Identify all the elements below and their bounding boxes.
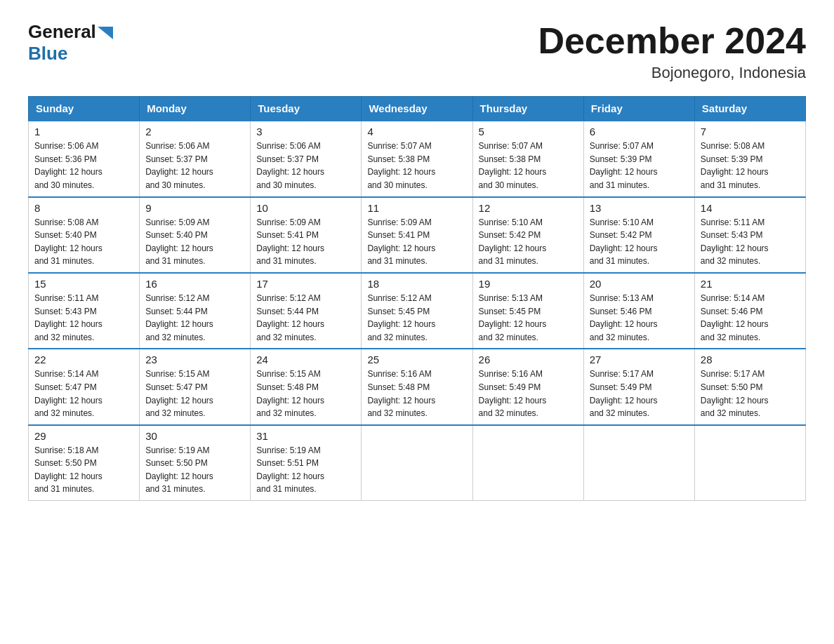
page-header: General Blue December 2024 Bojonegoro, I… bbox=[28, 21, 806, 82]
day-number-26: 26 bbox=[479, 354, 578, 365]
logo-icon: General Blue bbox=[28, 21, 113, 65]
calendar-header-row: SundayMondayTuesdayWednesdayThursdayFrid… bbox=[29, 97, 806, 121]
logo-blue-text: Blue bbox=[28, 43, 67, 64]
location-text: Bojonegoro, Indonesia bbox=[538, 64, 806, 82]
day-number-10: 10 bbox=[256, 202, 355, 214]
title-area: December 2024 Bojonegoro, Indonesia bbox=[538, 21, 806, 82]
day-info-4: Sunrise: 5:07 AMSunset: 5:38 PMDaylight:… bbox=[367, 140, 466, 192]
day-number-4: 4 bbox=[367, 126, 466, 137]
day-number-29: 29 bbox=[34, 430, 133, 442]
calendar-day-26: 26Sunrise: 5:16 AMSunset: 5:49 PMDayligh… bbox=[472, 349, 583, 424]
calendar-day-24: 24Sunrise: 5:15 AMSunset: 5:48 PMDayligh… bbox=[251, 349, 362, 424]
day-info-19: Sunrise: 5:13 AMSunset: 5:45 PMDaylight:… bbox=[479, 292, 578, 344]
calendar-day-16: 16Sunrise: 5:12 AMSunset: 5:44 PMDayligh… bbox=[140, 273, 251, 349]
day-info-5: Sunrise: 5:07 AMSunset: 5:38 PMDaylight:… bbox=[479, 140, 578, 192]
calendar-day-12: 12Sunrise: 5:10 AMSunset: 5:42 PMDayligh… bbox=[472, 197, 583, 273]
calendar-day-3: 3Sunrise: 5:06 AMSunset: 5:37 PMDaylight… bbox=[251, 121, 362, 196]
logo-triangle-icon bbox=[98, 27, 113, 39]
day-of-week-header-wednesday: Wednesday bbox=[362, 97, 472, 121]
day-number-9: 9 bbox=[145, 202, 244, 214]
day-info-27: Sunrise: 5:17 AMSunset: 5:49 PMDaylight:… bbox=[590, 368, 689, 420]
day-of-week-header-saturday: Saturday bbox=[694, 97, 805, 121]
day-number-24: 24 bbox=[256, 354, 355, 365]
calendar-day-4: 4Sunrise: 5:07 AMSunset: 5:38 PMDaylight… bbox=[362, 121, 472, 196]
calendar-day-13: 13Sunrise: 5:10 AMSunset: 5:42 PMDayligh… bbox=[583, 197, 694, 273]
calendar-day-6: 6Sunrise: 5:07 AMSunset: 5:39 PMDaylight… bbox=[583, 121, 694, 196]
calendar-week-row-3: 15Sunrise: 5:11 AMSunset: 5:43 PMDayligh… bbox=[29, 273, 806, 349]
day-info-18: Sunrise: 5:12 AMSunset: 5:45 PMDaylight:… bbox=[367, 292, 466, 344]
day-number-1: 1 bbox=[34, 126, 133, 137]
day-number-28: 28 bbox=[701, 354, 800, 365]
day-number-11: 11 bbox=[367, 202, 466, 214]
day-of-week-header-friday: Friday bbox=[583, 97, 694, 121]
day-of-week-header-tuesday: Tuesday bbox=[251, 97, 362, 121]
calendar-day-7: 7Sunrise: 5:08 AMSunset: 5:39 PMDaylight… bbox=[694, 121, 805, 196]
calendar-day-27: 27Sunrise: 5:17 AMSunset: 5:49 PMDayligh… bbox=[583, 349, 694, 424]
calendar-day-5: 5Sunrise: 5:07 AMSunset: 5:38 PMDaylight… bbox=[472, 121, 583, 196]
day-info-17: Sunrise: 5:12 AMSunset: 5:44 PMDaylight:… bbox=[256, 292, 355, 344]
calendar-day-1: 1Sunrise: 5:06 AMSunset: 5:36 PMDaylight… bbox=[29, 121, 140, 196]
day-number-15: 15 bbox=[34, 278, 133, 290]
day-info-29: Sunrise: 5:18 AMSunset: 5:50 PMDaylight:… bbox=[34, 444, 133, 496]
calendar-day-20: 20Sunrise: 5:13 AMSunset: 5:46 PMDayligh… bbox=[583, 273, 694, 349]
day-info-8: Sunrise: 5:08 AMSunset: 5:40 PMDaylight:… bbox=[34, 216, 133, 268]
logo-general-text: General bbox=[28, 21, 96, 43]
day-info-16: Sunrise: 5:12 AMSunset: 5:44 PMDaylight:… bbox=[145, 292, 244, 344]
day-info-6: Sunrise: 5:07 AMSunset: 5:39 PMDaylight:… bbox=[590, 140, 689, 192]
calendar-week-row-4: 22Sunrise: 5:14 AMSunset: 5:47 PMDayligh… bbox=[29, 349, 806, 424]
day-number-5: 5 bbox=[479, 126, 578, 137]
calendar-day-28: 28Sunrise: 5:17 AMSunset: 5:50 PMDayligh… bbox=[694, 349, 805, 424]
calendar-day-10: 10Sunrise: 5:09 AMSunset: 5:41 PMDayligh… bbox=[251, 197, 362, 273]
day-number-16: 16 bbox=[145, 278, 244, 290]
calendar-day-21: 21Sunrise: 5:14 AMSunset: 5:46 PMDayligh… bbox=[694, 273, 805, 349]
day-info-11: Sunrise: 5:09 AMSunset: 5:41 PMDaylight:… bbox=[367, 216, 466, 268]
calendar-empty-cell bbox=[472, 425, 583, 501]
day-info-1: Sunrise: 5:06 AMSunset: 5:36 PMDaylight:… bbox=[34, 140, 133, 192]
calendar-day-15: 15Sunrise: 5:11 AMSunset: 5:43 PMDayligh… bbox=[29, 273, 140, 349]
svg-marker-0 bbox=[98, 27, 113, 39]
logo: General Blue bbox=[28, 21, 113, 65]
day-number-27: 27 bbox=[590, 354, 689, 365]
calendar-day-9: 9Sunrise: 5:09 AMSunset: 5:40 PMDaylight… bbox=[140, 197, 251, 273]
day-number-19: 19 bbox=[479, 278, 578, 290]
day-info-10: Sunrise: 5:09 AMSunset: 5:41 PMDaylight:… bbox=[256, 216, 355, 268]
day-info-31: Sunrise: 5:19 AMSunset: 5:51 PMDaylight:… bbox=[256, 444, 355, 496]
day-info-26: Sunrise: 5:16 AMSunset: 5:49 PMDaylight:… bbox=[479, 368, 578, 420]
day-number-7: 7 bbox=[701, 126, 800, 137]
calendar-day-31: 31Sunrise: 5:19 AMSunset: 5:51 PMDayligh… bbox=[251, 425, 362, 501]
day-number-2: 2 bbox=[145, 126, 244, 137]
day-number-21: 21 bbox=[701, 278, 800, 290]
day-of-week-header-thursday: Thursday bbox=[472, 97, 583, 121]
day-number-3: 3 bbox=[256, 126, 355, 137]
day-info-28: Sunrise: 5:17 AMSunset: 5:50 PMDaylight:… bbox=[701, 368, 800, 420]
day-info-3: Sunrise: 5:06 AMSunset: 5:37 PMDaylight:… bbox=[256, 140, 355, 192]
calendar-empty-cell bbox=[583, 425, 694, 501]
day-number-17: 17 bbox=[256, 278, 355, 290]
day-info-23: Sunrise: 5:15 AMSunset: 5:47 PMDaylight:… bbox=[145, 368, 244, 420]
calendar-day-17: 17Sunrise: 5:12 AMSunset: 5:44 PMDayligh… bbox=[251, 273, 362, 349]
day-info-20: Sunrise: 5:13 AMSunset: 5:46 PMDaylight:… bbox=[590, 292, 689, 344]
month-title: December 2024 bbox=[538, 21, 806, 61]
calendar-day-11: 11Sunrise: 5:09 AMSunset: 5:41 PMDayligh… bbox=[362, 197, 472, 273]
day-info-13: Sunrise: 5:10 AMSunset: 5:42 PMDaylight:… bbox=[590, 216, 689, 268]
calendar-empty-cell bbox=[694, 425, 805, 501]
day-number-30: 30 bbox=[145, 430, 244, 442]
day-number-13: 13 bbox=[590, 202, 689, 214]
day-info-12: Sunrise: 5:10 AMSunset: 5:42 PMDaylight:… bbox=[479, 216, 578, 268]
day-number-31: 31 bbox=[256, 430, 355, 442]
day-of-week-header-sunday: Sunday bbox=[29, 97, 140, 121]
calendar-week-row-1: 1Sunrise: 5:06 AMSunset: 5:36 PMDaylight… bbox=[29, 121, 806, 196]
day-info-14: Sunrise: 5:11 AMSunset: 5:43 PMDaylight:… bbox=[701, 216, 800, 268]
day-info-7: Sunrise: 5:08 AMSunset: 5:39 PMDaylight:… bbox=[701, 140, 800, 192]
calendar-week-row-5: 29Sunrise: 5:18 AMSunset: 5:50 PMDayligh… bbox=[29, 425, 806, 501]
day-of-week-header-monday: Monday bbox=[140, 97, 251, 121]
day-number-6: 6 bbox=[590, 126, 689, 137]
day-number-22: 22 bbox=[34, 354, 133, 365]
calendar-day-2: 2Sunrise: 5:06 AMSunset: 5:37 PMDaylight… bbox=[140, 121, 251, 196]
day-info-22: Sunrise: 5:14 AMSunset: 5:47 PMDaylight:… bbox=[34, 368, 133, 420]
calendar-day-18: 18Sunrise: 5:12 AMSunset: 5:45 PMDayligh… bbox=[362, 273, 472, 349]
calendar-day-29: 29Sunrise: 5:18 AMSunset: 5:50 PMDayligh… bbox=[29, 425, 140, 501]
day-info-9: Sunrise: 5:09 AMSunset: 5:40 PMDaylight:… bbox=[145, 216, 244, 268]
day-number-8: 8 bbox=[34, 202, 133, 214]
day-number-23: 23 bbox=[145, 354, 244, 365]
